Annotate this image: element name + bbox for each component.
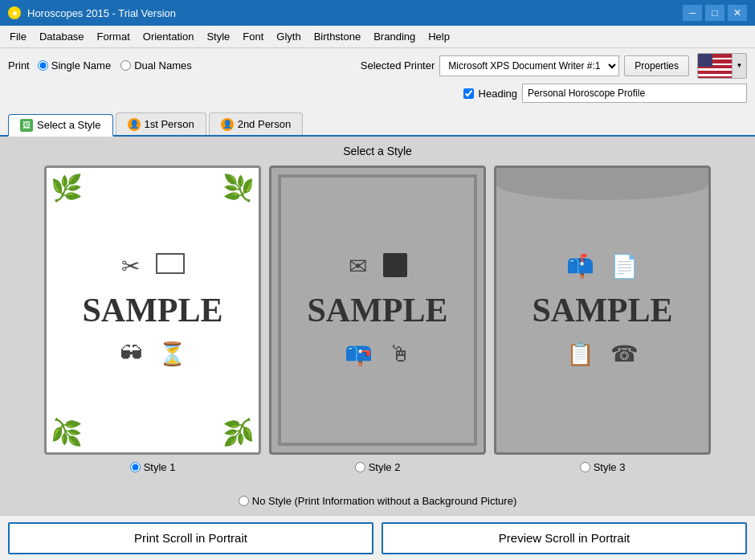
title-bar: ★ Horoscopes 2015 - Trial Version ─ □ ✕: [0, 0, 755, 26]
style-2-radio-label[interactable]: Style 2: [355, 461, 401, 473]
style-3-icon-pages: 📄: [610, 253, 639, 280]
style-3-bottom-icons: 📋 ☎: [566, 341, 639, 367]
style-3-radio-label[interactable]: Style 3: [580, 461, 626, 473]
style-1-content: ✂ SAMPLE 🕶 ⏳: [47, 168, 259, 452]
single-name-label: Single Name: [51, 59, 111, 72]
style-1-sample: SAMPLE: [82, 291, 222, 329]
style-2-image[interactable]: ✉ SAMPLE 📪 🖱: [269, 166, 486, 455]
maximize-button[interactable]: □: [705, 5, 724, 21]
heading-checkbox[interactable]: [463, 88, 474, 99]
properties-button[interactable]: Properties: [624, 55, 689, 76]
2nd-person-tab-label: 2nd Person: [238, 118, 292, 130]
style-3-sample: SAMPLE: [532, 291, 672, 329]
menu-help[interactable]: Help: [422, 28, 456, 45]
menu-bar: File Database Format Orientation Style F…: [0, 26, 755, 48]
tab-select-style[interactable]: 🖼 Select a Style: [8, 114, 113, 137]
flag-union: [698, 54, 712, 67]
style-1-icon-glasses: 🕶: [120, 341, 142, 367]
corner-bl-icon: 🌿: [47, 412, 87, 452]
style-1-icon-hourglass: ⏳: [158, 341, 186, 367]
title-bar-controls: ─ □ ✕: [683, 5, 747, 21]
menu-orientation[interactable]: Orientation: [137, 28, 201, 45]
print-label: Print: [8, 59, 30, 72]
tab-bar: 🖼 Select a Style 👤 1st Person 👤 2nd Pers…: [0, 108, 755, 137]
style-2-label: Style 2: [369, 461, 401, 473]
menu-style[interactable]: Style: [200, 28, 236, 45]
dual-names-label: Dual Names: [134, 59, 192, 72]
style-card-2: ✉ SAMPLE 📪 🖱 Style 2: [269, 166, 486, 490]
style-1-bottom-icons: 🕶 ⏳: [120, 341, 186, 367]
flag-container[interactable]: ▼: [697, 53, 747, 79]
dual-names-option[interactable]: Dual Names: [120, 59, 192, 72]
corner-tl-icon: 🌿: [47, 168, 87, 208]
menu-font[interactable]: Font: [236, 28, 270, 45]
style-section-title: Select a Style: [8, 145, 747, 157]
print-portrait-button[interactable]: Print Scroll in Portrait: [8, 522, 373, 554]
no-style-label: No Style (Print Information without a Ba…: [252, 495, 516, 507]
corner-tr-icon: 🌿: [218, 168, 259, 208]
style-card-3: 📫 📄 SAMPLE 📋 ☎ Style 3: [494, 166, 711, 490]
bottom-bar: Print Scroll in Portrait Preview Scroll …: [0, 515, 755, 560]
printer-section: Selected Printer Microsoft XPS Document …: [361, 55, 689, 76]
menu-birthstone[interactable]: Birthstone: [308, 28, 368, 45]
tab-2nd-person[interactable]: 👤 2nd Person: [209, 112, 304, 135]
minimize-button[interactable]: ─: [683, 5, 702, 21]
selected-printer-label: Selected Printer: [361, 59, 435, 72]
style-1-icon-case: [156, 253, 185, 274]
preview-portrait-button[interactable]: Preview Scroll in Portrait: [382, 522, 747, 554]
printer-dropdown[interactable]: Microsoft XPS Document Writer #:1: [439, 55, 619, 76]
app-icon: ★: [8, 6, 21, 19]
1st-person-tab-icon: 👤: [128, 118, 141, 131]
style-1-radio[interactable]: [130, 462, 141, 472]
heading-row: Heading: [0, 80, 755, 108]
style-2-border: [278, 174, 477, 446]
style-3-content: 📫 📄 SAMPLE 📋 ☎: [496, 168, 708, 452]
title-bar-left: ★ Horoscopes 2015 - Trial Version: [8, 6, 176, 19]
menu-format[interactable]: Format: [91, 28, 137, 45]
style-3-icon-mailbox-full: 📫: [566, 253, 594, 280]
close-button[interactable]: ✕: [728, 5, 747, 21]
single-name-radio[interactable]: [38, 60, 48, 71]
menu-branding[interactable]: Branding: [367, 28, 422, 45]
heading-input[interactable]: [522, 84, 747, 103]
style-1-label: Style 1: [144, 461, 176, 473]
tab-1st-person[interactable]: 👤 1st Person: [116, 112, 206, 135]
flag-icon: [698, 54, 732, 78]
style-3-image[interactable]: 📫 📄 SAMPLE 📋 ☎: [494, 166, 711, 455]
menu-database[interactable]: Database: [33, 28, 91, 45]
style-card-1: 🌿 🌿 🌿 🌿 ✂ SAMPLE 🕶 ⏳: [44, 166, 261, 490]
print-radio-group: Single Name Dual Names: [38, 59, 192, 72]
style-3-icon-phone: ☎: [610, 341, 639, 367]
heading-label: Heading: [479, 88, 517, 100]
no-style-radio[interactable]: [239, 496, 249, 506]
select-style-tab-icon: 🖼: [20, 119, 33, 132]
style-3-radio[interactable]: [580, 462, 590, 472]
window-title: Horoscopes 2015 - Trial Version: [27, 7, 176, 19]
styles-row: 🌿 🌿 🌿 🌿 ✂ SAMPLE 🕶 ⏳: [8, 166, 747, 490]
toolbar: Print Single Name Dual Names Selected Pr…: [0, 48, 755, 84]
main-content: Select a Style 🌿 🌿 🌿 🌿 ✂ SAMPLE 🕶: [0, 137, 755, 515]
style-2-radio[interactable]: [355, 462, 365, 472]
single-name-option[interactable]: Single Name: [38, 59, 111, 72]
style-3-label: Style 3: [594, 461, 626, 473]
style-3-icon-doc: 📋: [566, 341, 594, 367]
style-1-radio-label[interactable]: Style 1: [130, 461, 176, 473]
menu-glyth[interactable]: Glyth: [270, 28, 307, 45]
style-3-rolled-top: [496, 168, 708, 200]
style-3-top-icons: 📫 📄: [566, 253, 639, 280]
1st-person-tab-label: 1st Person: [145, 118, 194, 130]
style-1-icon-scissors: ✂: [121, 253, 140, 280]
select-style-tab-label: Select a Style: [37, 119, 101, 131]
style-1-top-icons: ✂: [121, 253, 185, 280]
dual-names-radio[interactable]: [120, 60, 131, 71]
2nd-person-tab-icon: 👤: [221, 118, 234, 131]
flag-dropdown-button[interactable]: ▼: [732, 54, 746, 78]
no-style-row: No Style (Print Information without a Ba…: [8, 495, 747, 507]
corner-br-icon: 🌿: [218, 412, 259, 452]
style-1-image[interactable]: 🌿 🌿 🌿 🌿 ✂ SAMPLE 🕶 ⏳: [44, 166, 261, 455]
menu-file[interactable]: File: [3, 28, 33, 45]
no-style-radio-label[interactable]: No Style (Print Information without a Ba…: [239, 495, 516, 507]
